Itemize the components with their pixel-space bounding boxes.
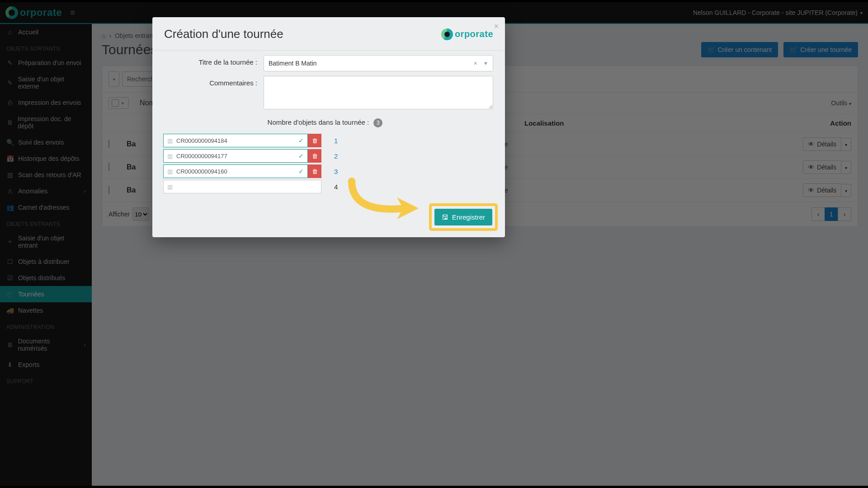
entry-row: ▥CR0000000094177✓ 🗑 2 xyxy=(163,149,493,163)
barcode-icon: ▥ xyxy=(167,153,173,160)
check-icon: ✓ xyxy=(298,168,304,175)
save-button[interactable]: 🖫 Enregistrer xyxy=(434,209,492,225)
check-icon: ✓ xyxy=(298,137,304,144)
delete-entry-button[interactable]: 🗑 xyxy=(308,164,321,178)
brand-name: orporate xyxy=(455,29,493,39)
modal-brand: orporate xyxy=(441,28,493,40)
form-row-titre: Titre de la tournée : Batiment B Matin ×… xyxy=(157,55,493,71)
modal-title: Création d'une tournée xyxy=(164,27,283,41)
entry-code: CR0000000094184 xyxy=(176,137,227,144)
save-highlight: 🖫 Enregistrer xyxy=(429,203,498,231)
count-label: Nombre d'objets dans la tournée : xyxy=(268,118,369,126)
titre-select[interactable]: Batiment B Matin × ▼ xyxy=(264,55,493,71)
logo-mark-icon xyxy=(441,28,453,40)
check-icon: ✓ xyxy=(298,152,304,160)
save-label: Enregistrer xyxy=(452,213,485,221)
entry-input[interactable]: ▥CR0000000094177✓ xyxy=(163,149,308,163)
count-badge: 3 xyxy=(373,118,382,127)
create-tournee-modal: × Création d'une tournée orporate Titre … xyxy=(152,17,505,237)
entry-number: 2 xyxy=(334,152,343,160)
entry-row-empty: ▥ 4 xyxy=(163,180,493,193)
entry-row: ▥CR0000000094184✓ 🗑 1 xyxy=(163,134,493,147)
close-icon[interactable]: × xyxy=(494,22,499,31)
entry-number: 1 xyxy=(334,137,343,145)
entry-input-empty[interactable]: ▥ xyxy=(163,180,321,193)
count-row: Nombre d'objets dans la tournée : 3 xyxy=(157,116,493,134)
barcode-icon: ▥ xyxy=(167,137,173,144)
titre-label: Titre de la tournée : xyxy=(157,55,264,66)
clear-icon[interactable]: × xyxy=(474,60,477,67)
barcode-icon: ▥ xyxy=(167,168,173,175)
entry-code: CR0000000094177 xyxy=(176,153,227,160)
delete-entry-button[interactable]: 🗑 xyxy=(308,149,321,163)
delete-entry-button[interactable]: 🗑 xyxy=(308,134,321,147)
entry-input[interactable]: ▥CR0000000094160✓ xyxy=(163,164,308,178)
trash-icon: 🗑 xyxy=(312,137,318,144)
save-icon: 🖫 xyxy=(442,213,448,221)
comments-label: Commentaires : xyxy=(157,76,264,87)
comments-textarea[interactable] xyxy=(264,76,493,109)
barcode-icon: ▥ xyxy=(167,183,173,190)
titre-value: Batiment B Matin xyxy=(269,60,317,67)
entry-number: 3 xyxy=(334,168,343,175)
trash-icon: 🗑 xyxy=(312,153,318,160)
chevron-down-icon: ▼ xyxy=(483,61,488,66)
entry-input[interactable]: ▥CR0000000094184✓ xyxy=(163,134,308,147)
entry-number: 4 xyxy=(334,183,343,191)
trash-icon: 🗑 xyxy=(312,168,318,175)
entries-list: ▥CR0000000094184✓ 🗑 1 ▥CR0000000094177✓ … xyxy=(157,134,493,193)
entry-code: CR0000000094160 xyxy=(176,168,227,175)
form-row-comments: Commentaires : xyxy=(157,76,493,111)
modal-footer: 🖫 Enregistrer xyxy=(152,200,505,231)
modal-body: Titre de la tournée : Batiment B Matin ×… xyxy=(152,50,505,200)
entry-row: ▥CR0000000094160✓ 🗑 3 xyxy=(163,164,493,178)
modal-header: Création d'une tournée orporate xyxy=(152,17,505,47)
